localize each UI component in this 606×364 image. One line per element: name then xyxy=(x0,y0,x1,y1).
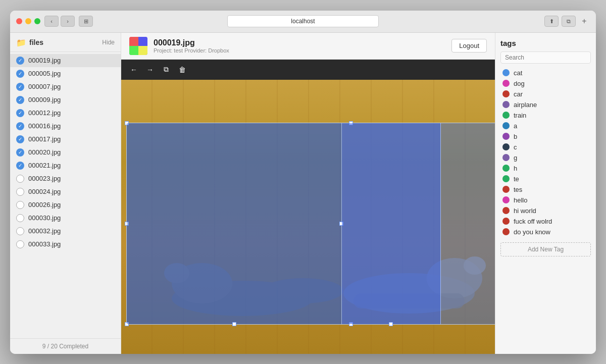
tag-item[interactable]: b xyxy=(500,131,591,142)
check-icon: ✓ xyxy=(16,70,24,78)
check-icon: ✓ xyxy=(16,148,24,157)
tag-item[interactable]: c xyxy=(500,142,591,152)
file-name-label: 000026.jpg xyxy=(28,201,61,209)
panel-2-bottom-handle[interactable] xyxy=(389,322,393,326)
tag-item[interactable]: tes xyxy=(500,184,591,195)
sidebar-item[interactable]: ✓000012.jpg xyxy=(10,107,121,120)
sidebar-item[interactable]: ✓000020.jpg xyxy=(10,146,121,159)
share-button[interactable]: ⬆ xyxy=(544,16,559,27)
completion-status: 9 / 20 Completed xyxy=(10,338,121,354)
tag-item[interactable]: h xyxy=(500,163,591,174)
bounding-box[interactable] xyxy=(126,123,495,325)
hide-sidebar-button[interactable]: Hide xyxy=(102,39,115,46)
tag-item[interactable]: airplane xyxy=(500,99,591,110)
tags-search-input[interactable] xyxy=(500,51,591,64)
check-icon: ✓ xyxy=(16,109,24,117)
tag-label: cat xyxy=(514,69,522,77)
sidebar-item[interactable]: ✓000021.jpg xyxy=(10,159,121,172)
window-arrange-button[interactable]: ⊞ xyxy=(79,16,93,27)
tag-label: tes xyxy=(514,186,522,193)
sidebar-title-label: files xyxy=(29,38,43,46)
back-button[interactable]: ‹ xyxy=(44,16,59,27)
logout-button[interactable]: Logout xyxy=(451,39,487,53)
sidebar-item[interactable]: 000030.jpg xyxy=(10,212,121,225)
tag-item[interactable]: cat xyxy=(500,68,591,78)
tag-item[interactable]: car xyxy=(500,89,591,99)
file-details: 000019.jpg Project: test Provider: Dropb… xyxy=(154,38,229,54)
check-icon xyxy=(16,227,24,235)
tag-item[interactable]: hi world xyxy=(500,205,591,216)
duplicate-tab-button[interactable]: ⧉ xyxy=(562,16,576,27)
sidebar-item[interactable]: 000026.jpg xyxy=(10,198,121,212)
copy-annotation-button[interactable]: ⧉ xyxy=(159,63,174,77)
file-name-label: 000016.jpg xyxy=(28,122,61,130)
image-container xyxy=(121,80,495,354)
url-display[interactable]: localhost xyxy=(227,15,379,27)
tag-item[interactable]: a xyxy=(500,121,591,131)
tag-color-dot xyxy=(502,207,510,214)
new-tab-button[interactable]: + xyxy=(579,16,590,27)
folder-icon: 📁 xyxy=(16,38,26,47)
forward-button[interactable]: › xyxy=(61,16,75,27)
tags-panel: tags catdogcarairplanetrainabcghteteshel… xyxy=(495,33,596,354)
minimize-button[interactable] xyxy=(25,18,31,24)
titlebar: ‹ › ⊞ localhost ⬆ ⧉ + xyxy=(10,11,596,33)
check-icon: ✓ xyxy=(16,83,24,91)
sidebar-item[interactable]: ✓000016.jpg xyxy=(10,120,121,133)
sidebar-item[interactable]: ✓000005.jpg xyxy=(10,67,121,80)
check-icon xyxy=(16,240,24,248)
file-name-label: 000005.jpg xyxy=(28,70,61,77)
panel-1-bottom-handle[interactable] xyxy=(232,322,236,326)
tag-color-dot xyxy=(502,228,510,235)
tag-color-dot xyxy=(502,196,510,203)
inner-panel-2 xyxy=(342,123,440,324)
check-icon: ✓ xyxy=(16,96,24,104)
sidebar-item[interactable]: 000032.jpg xyxy=(10,225,121,238)
close-button[interactable] xyxy=(16,18,22,24)
file-title: 000019.jpg xyxy=(154,38,229,47)
file-name-label: 000033.jpg xyxy=(28,240,61,248)
sidebar-header: 📁 files Hide xyxy=(10,33,121,52)
file-name-label: 000023.jpg xyxy=(28,175,61,182)
prev-image-button[interactable]: ← xyxy=(126,63,141,77)
tag-color-dot xyxy=(502,122,510,129)
tag-color-dot xyxy=(502,133,510,140)
sidebar-item[interactable]: ✓000009.jpg xyxy=(10,93,121,107)
check-icon: ✓ xyxy=(16,122,24,130)
sidebar-item[interactable]: ✓000017.jpg xyxy=(10,133,121,146)
sidebar-item[interactable]: ✓000019.jpg xyxy=(10,54,121,67)
next-image-button[interactable]: → xyxy=(142,63,158,77)
tag-label: fuck off wolrd xyxy=(514,218,552,225)
sidebar-item[interactable]: 000023.jpg xyxy=(10,172,121,185)
tag-item[interactable]: fuck off wolrd xyxy=(500,216,591,227)
tag-item[interactable]: te xyxy=(500,174,591,184)
tag-label: do you know xyxy=(514,228,550,236)
tag-color-dot xyxy=(502,143,510,150)
sidebar-item[interactable]: 000033.jpg xyxy=(10,238,121,251)
tag-item[interactable]: g xyxy=(500,152,591,163)
file-name-label: 000019.jpg xyxy=(28,57,61,64)
tag-item[interactable]: do you know xyxy=(500,227,591,237)
sidebar-item[interactable]: ✓000007.jpg xyxy=(10,80,121,93)
tag-color-dot xyxy=(502,101,510,108)
tag-color-dot xyxy=(502,69,510,76)
tag-color-dot xyxy=(502,154,510,161)
add-new-tag-button[interactable]: Add New Tag xyxy=(500,242,591,256)
delete-annotation-button[interactable]: 🗑 xyxy=(175,63,190,77)
tag-item[interactable]: hello xyxy=(500,195,591,205)
tag-label: car xyxy=(514,90,523,98)
maximize-button[interactable] xyxy=(34,18,40,24)
file-info: 000019.jpg Project: test Provider: Dropb… xyxy=(129,37,229,55)
tags-list: catdogcarairplanetrainabcghteteshellohi … xyxy=(500,68,591,237)
tag-color-dot xyxy=(502,80,510,87)
tag-label: c xyxy=(514,143,517,151)
sidebar-item[interactable]: 000024.jpg xyxy=(10,185,121,198)
tag-item[interactable]: dog xyxy=(500,78,591,89)
tag-label: te xyxy=(514,175,519,183)
image-viewer[interactable] xyxy=(121,80,495,354)
nav-buttons: ‹ › xyxy=(44,16,75,27)
file-name-label: 000030.jpg xyxy=(28,214,61,222)
sidebar-title: 📁 files xyxy=(16,38,43,47)
check-icon: ✓ xyxy=(16,135,24,143)
tag-item[interactable]: train xyxy=(500,110,591,121)
